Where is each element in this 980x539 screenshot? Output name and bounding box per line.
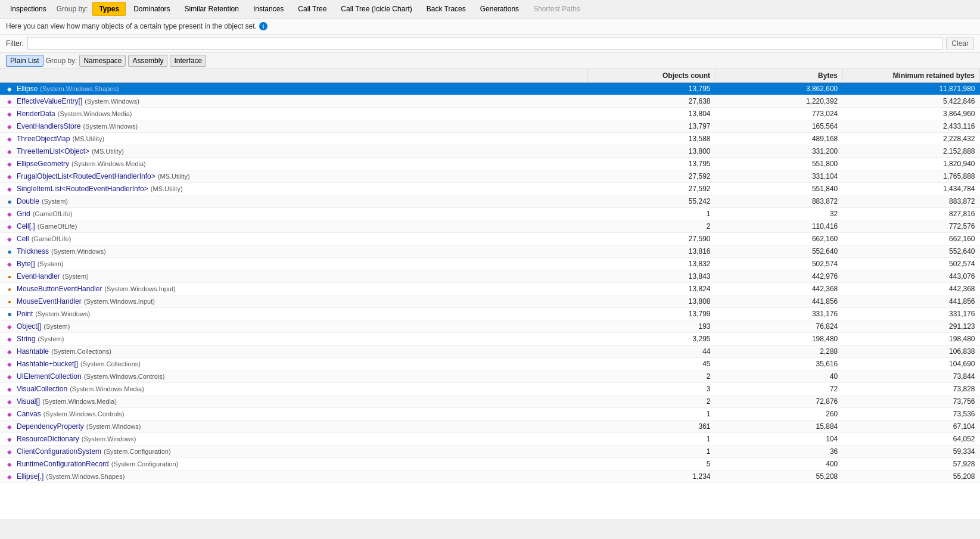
col-header-bytes[interactable]: Bytes (715, 69, 842, 83)
table-row[interactable]: ◆Ellipse[,] (System.Windows.Shapes)1,234… (0, 471, 980, 483)
table-row[interactable]: ■Point (System.Windows)13,799331,176331,… (0, 308, 980, 320)
type-name-cell: ◆ThreeObjectMap (MS.Utility) (0, 133, 588, 145)
table-row[interactable]: ◆UIElementCollection (System.Windows.Con… (0, 370, 980, 383)
min-retained-bytes: 73,844 (842, 370, 979, 383)
type-namespace: (System) (63, 273, 89, 280)
plain-list-button[interactable]: Plain List (6, 55, 43, 67)
type-namespace: (MS.Utility) (151, 185, 183, 192)
call-tree-button[interactable]: Call Tree (291, 2, 333, 16)
type-name-cell: ◆ResourceDictionary (System.Windows) (0, 433, 588, 445)
type-namespace: (System) (42, 198, 68, 205)
table-row[interactable]: ◆String (System)3,295198,480198,480 (0, 333, 980, 345)
objects-count: 13,800 (588, 145, 715, 158)
type-icon: ◆ (5, 234, 14, 244)
table-row[interactable]: ◆RenderData (System.Windows.Media)13,804… (0, 108, 980, 120)
type-name: UIElementCollection (17, 372, 82, 381)
generations-button[interactable]: Generations (474, 2, 525, 16)
table-row[interactable]: ◆Hashtable (System.Collections)442,28810… (0, 345, 980, 358)
table-row[interactable]: ◆EllipseGeometry (System.Windows.Media)1… (0, 158, 980, 170)
table-row[interactable]: ◆RuntimeConfigurationRecord (System.Conf… (0, 458, 980, 471)
similar-retention-button[interactable]: Similar Retention (178, 2, 245, 16)
bytes-value: 165,564 (715, 120, 842, 133)
table-row[interactable]: ◆Grid (GameOfLife)132827,816 (0, 208, 980, 220)
type-icon: ◆ (5, 359, 14, 369)
back-traces-button[interactable]: Back Traces (420, 2, 472, 16)
objects-count: 13,795 (588, 83, 715, 95)
types-button[interactable]: Types (92, 2, 126, 16)
table-row[interactable]: ■Thickness (System.Windows)13,816552,640… (0, 245, 980, 258)
interface-button[interactable]: Interface (170, 55, 206, 67)
table-row[interactable]: ◆VisualCollection (System.Windows.Media)… (0, 383, 980, 395)
bytes-value: 773,024 (715, 108, 842, 120)
min-retained-bytes: 59,334 (842, 445, 979, 458)
type-namespace: (System.Windows.Media) (42, 398, 117, 405)
instances-button[interactable]: Instances (247, 2, 290, 16)
type-namespace: (System) (43, 323, 70, 330)
type-namespace: (MS.Utility) (92, 148, 124, 155)
type-name-cell: ■Double (System) (0, 195, 588, 207)
objects-count: 1 (588, 408, 715, 420)
objects-count: 27,638 (588, 95, 715, 108)
table-row[interactable]: ◆Byte[] (System)13,832502,574502,574 (0, 258, 980, 270)
assembly-button[interactable]: Assembly (128, 55, 167, 67)
type-icon: ◆ (5, 334, 14, 344)
table-row[interactable]: ◆Ellipse (System.Windows.Shapes)13,7953,… (0, 83, 980, 95)
type-name: EffectiveValueEntry[] (17, 97, 82, 105)
table-row[interactable]: ◆SingleItemList<RoutedEventHandlerInfo> … (0, 183, 980, 195)
table-row[interactable]: ◆Cell (GameOfLife)27,590662,160662,160 (0, 233, 980, 245)
type-name: Hashtable (17, 347, 49, 356)
type-name-cell: ◆Hashtable+bucket[] (System.Collections) (0, 358, 588, 370)
type-namespace: (System.Windows) (85, 98, 139, 105)
objects-count: 3,295 (588, 333, 715, 345)
namespace-button[interactable]: Namespace (79, 55, 126, 67)
min-retained-bytes: 73,536 (842, 408, 979, 420)
type-icon: ◆ (5, 384, 14, 394)
objects-count: 13,843 (588, 270, 715, 283)
clear-button[interactable]: Clear (946, 38, 974, 49)
type-icon: ◆ (5, 134, 14, 144)
type-icon: ◆ (5, 84, 14, 94)
table-row[interactable]: ◆FrugalObjectList<RoutedEventHandlerInfo… (0, 170, 980, 183)
inspections-button[interactable]: Inspections (4, 2, 53, 16)
bytes-value: 502,574 (715, 258, 842, 270)
type-namespace: (System.Collections) (51, 348, 111, 355)
min-retained-bytes: 2,152,888 (842, 145, 979, 158)
table-row[interactable]: ◆Cell[,] (GameOfLife)2110,416772,576 (0, 220, 980, 233)
info-bar: Here you can view how many objects of a … (0, 18, 980, 35)
bytes-value: 331,200 (715, 145, 842, 158)
dominators-button[interactable]: Dominators (127, 2, 176, 16)
table-row[interactable]: ◆ClientConfigurationSystem (System.Confi… (0, 445, 980, 458)
table-row[interactable]: ◆Visual[] (System.Windows.Media)272,8767… (0, 395, 980, 408)
table-row[interactable]: ●MouseButtonEventHandler (System.Windows… (0, 283, 980, 295)
table-row[interactable]: ◆Object[] (System)19376,824291,123 (0, 320, 980, 333)
table-row[interactable]: ◆ResourceDictionary (System.Windows)1104… (0, 433, 980, 445)
col-header-minret[interactable]: Minimum retained bytes (842, 69, 979, 83)
table-row[interactable]: ◆ThreeItemList<Object> (MS.Utility)13,80… (0, 145, 980, 158)
table-row[interactable]: ◆Hashtable+bucket[] (System.Collections)… (0, 358, 980, 370)
table-row[interactable]: ◆Canvas (System.Windows.Controls)126073,… (0, 408, 980, 420)
table-header-row: Objects count Bytes Minimum retained byt… (0, 69, 980, 83)
table-row[interactable]: ◆ThreeObjectMap (MS.Utility)13,588489,16… (0, 133, 980, 145)
type-icon: ● (5, 272, 14, 281)
shortest-paths-button[interactable]: Shortest Paths (527, 2, 587, 16)
min-retained-bytes: 443,076 (842, 270, 979, 283)
info-icon: i (259, 22, 267, 30)
objects-count: 1 (588, 433, 715, 445)
type-name: RenderData (17, 110, 55, 118)
type-namespace: (System.Windows.Shapes) (46, 473, 125, 480)
table-row[interactable]: ●EventHandler (System)13,843442,976443,0… (0, 270, 980, 283)
bytes-value: 32 (715, 208, 842, 220)
filter-input[interactable] (27, 37, 942, 50)
type-icon: ■ (5, 247, 14, 256)
table-row[interactable]: ◆DependencyProperty (System.Windows)3611… (0, 420, 980, 433)
call-tree-icicle-button[interactable]: Call Tree (Icicle Chart) (334, 2, 418, 16)
table-row[interactable]: ●MouseEventHandler (System.Windows.Input… (0, 295, 980, 308)
type-name: Double (17, 197, 39, 205)
min-retained-bytes: 64,052 (842, 433, 979, 445)
col-header-count[interactable]: Objects count (588, 69, 715, 83)
table-row[interactable]: ◆EventHandlersStore (System.Windows)13,7… (0, 120, 980, 133)
table-row[interactable]: ◆EffectiveValueEntry[] (System.Windows)2… (0, 95, 980, 108)
objects-count: 44 (588, 345, 715, 358)
table-row[interactable]: ■Double (System)55,242883,872883,872 (0, 195, 980, 208)
col-header-name[interactable] (0, 69, 588, 83)
